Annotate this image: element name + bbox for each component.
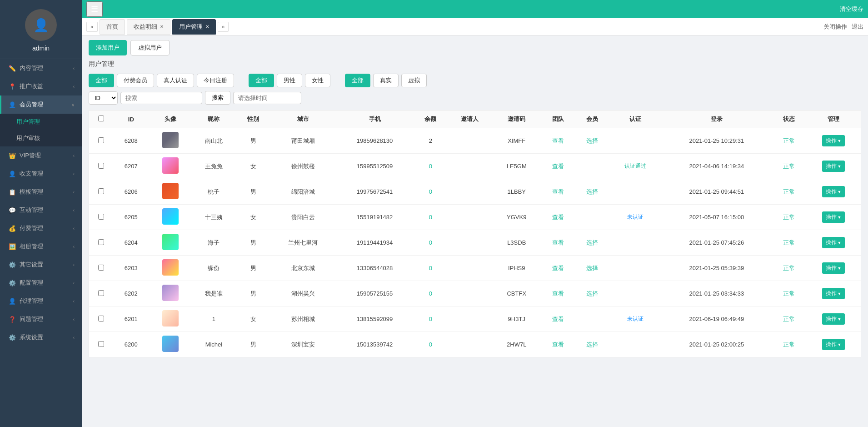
virtual-user-button[interactable]: 虚拟用户 — [130, 40, 170, 55]
td-member[interactable]: 选择 — [575, 179, 609, 205]
td-member[interactable]: 选择 — [575, 332, 609, 357]
td-team[interactable]: 查看 — [541, 128, 575, 154]
sidebar-item-payment[interactable]: 💰 付费管理 ‹ — [0, 219, 82, 237]
team-view-link[interactable]: 查看 — [552, 316, 564, 322]
clear-cache-button[interactable]: 清空缓存 — [840, 5, 863, 13]
team-view-link[interactable]: 查看 — [552, 239, 564, 246]
tab-income[interactable]: 收益明细 ✕ — [127, 19, 170, 35]
td-team[interactable]: 查看 — [541, 256, 575, 281]
td-checkbox[interactable] — [89, 332, 113, 357]
team-view-link[interactable]: 查看 — [552, 214, 564, 221]
sidebar-item-member[interactable]: 👤 会员管理 ∨ — [0, 95, 82, 114]
operate-button[interactable]: 操作 — [822, 288, 845, 299]
td-manage[interactable]: 操作 — [806, 332, 861, 357]
search-type-select[interactable]: ID 昵称 手机 — [89, 91, 118, 105]
td-member[interactable]: 选择 — [575, 128, 609, 154]
sidebar-item-other[interactable]: ⚙️ 其它设置 ‹ — [0, 256, 82, 274]
td-manage[interactable]: 操作 — [806, 154, 861, 179]
sidebar-item-interact[interactable]: 💬 互动管理 ‹ — [0, 201, 82, 219]
td-team[interactable]: 查看 — [541, 179, 575, 205]
tab-prev-button[interactable]: « — [86, 22, 98, 32]
row-checkbox[interactable] — [98, 341, 104, 347]
operate-button[interactable]: 操作 — [822, 161, 845, 172]
operate-button[interactable]: 操作 — [822, 186, 845, 197]
member-select-link[interactable]: 选择 — [586, 239, 598, 246]
sidebar-item-promote[interactable]: 📍 推广收益 ‹ — [0, 77, 82, 95]
sidebar-item-album[interactable]: 🖼️ 相册管理 ‹ — [0, 237, 82, 256]
hamburger-button[interactable]: ☰ — [86, 1, 103, 17]
member-select-link[interactable]: 选择 — [586, 341, 598, 348]
filter-all-gender[interactable]: 全部 — [249, 74, 274, 87]
team-view-link[interactable]: 查看 — [552, 341, 564, 348]
row-checkbox[interactable] — [98, 239, 104, 245]
team-view-link[interactable]: 查看 — [552, 137, 564, 144]
td-member[interactable] — [575, 306, 609, 332]
td-checkbox[interactable] — [89, 230, 113, 256]
exit-button[interactable]: 退出 — [852, 23, 863, 31]
sidebar-item-vip[interactable]: 👑 VIP管理 ‹ — [0, 146, 82, 165]
operate-button[interactable]: 操作 — [822, 262, 845, 274]
operate-button[interactable]: 操作 — [822, 211, 845, 223]
row-checkbox[interactable] — [98, 214, 104, 220]
filter-paid-member[interactable]: 付费会员 — [117, 74, 154, 87]
filter-female[interactable]: 女性 — [305, 74, 330, 87]
td-member[interactable]: 选择 — [575, 256, 609, 281]
filter-all-real[interactable]: 全部 — [345, 74, 370, 87]
search-button[interactable]: 搜索 — [205, 91, 230, 105]
td-checkbox[interactable] — [89, 154, 113, 179]
filter-today-reg[interactable]: 今日注册 — [197, 74, 234, 87]
td-member[interactable] — [575, 205, 609, 230]
row-checkbox[interactable] — [98, 316, 104, 322]
td-manage[interactable]: 操作 — [806, 179, 861, 205]
td-manage[interactable]: 操作 — [806, 281, 861, 306]
row-checkbox[interactable] — [98, 188, 104, 194]
team-view-link[interactable]: 查看 — [552, 290, 564, 297]
sidebar-item-issue[interactable]: ❓ 问题管理 ‹ — [0, 310, 82, 328]
close-ops-button[interactable]: 关闭操作 — [823, 23, 847, 31]
td-team[interactable]: 查看 — [541, 306, 575, 332]
row-checkbox[interactable] — [98, 290, 104, 296]
td-manage[interactable]: 操作 — [806, 230, 861, 256]
td-team[interactable]: 查看 — [541, 205, 575, 230]
tab-user-mgmt[interactable]: 用户管理 ✕ — [172, 19, 216, 35]
select-all-checkbox[interactable] — [98, 116, 104, 121]
filter-all-type[interactable]: 全部 — [89, 74, 114, 87]
td-checkbox[interactable] — [89, 205, 113, 230]
close-income-tab-icon[interactable]: ✕ — [160, 24, 164, 29]
td-member[interactable]: 选择 — [575, 230, 609, 256]
td-checkbox[interactable] — [89, 256, 113, 281]
tab-home[interactable]: 首页 — [100, 19, 125, 35]
sidebar-item-content[interactable]: ✏️ 内容管理 ‹ — [0, 59, 82, 77]
close-user-mgmt-tab-icon[interactable]: ✕ — [205, 24, 209, 29]
member-select-link[interactable]: 选择 — [586, 137, 598, 144]
add-user-button[interactable]: 添加用户 — [89, 40, 127, 55]
td-team[interactable]: 查看 — [541, 230, 575, 256]
sidebar-item-config[interactable]: ⚙️ 配置管理 ‹ — [0, 274, 82, 292]
td-checkbox[interactable] — [89, 128, 113, 154]
td-team[interactable]: 查看 — [541, 332, 575, 357]
member-select-link[interactable]: 选择 — [586, 290, 598, 297]
filter-real[interactable]: 真实 — [373, 74, 399, 87]
team-view-link[interactable]: 查看 — [552, 265, 564, 271]
sidebar-item-system[interactable]: ⚙️ 系统设置 ‹ — [0, 328, 82, 347]
operate-button[interactable]: 操作 — [822, 339, 845, 350]
filter-real-cert[interactable]: 真人认证 — [157, 74, 194, 87]
operate-button[interactable]: 操作 — [822, 313, 845, 325]
td-member[interactable]: 选择 — [575, 281, 609, 306]
td-manage[interactable]: 操作 — [806, 306, 861, 332]
row-checkbox[interactable] — [98, 265, 104, 271]
td-manage[interactable]: 操作 — [806, 128, 861, 154]
sidebar-item-user-manage[interactable]: 用户管理 — [0, 114, 82, 130]
date-picker-input[interactable] — [233, 92, 301, 104]
sidebar-item-agent[interactable]: 👤 代理管理 ‹ — [0, 292, 82, 310]
tab-next-button[interactable]: » — [218, 22, 229, 32]
td-checkbox[interactable] — [89, 179, 113, 205]
operate-button[interactable]: 操作 — [822, 237, 845, 248]
td-manage[interactable]: 操作 — [806, 256, 861, 281]
member-select-link[interactable]: 选择 — [586, 265, 598, 271]
member-select-link[interactable]: 选择 — [586, 188, 598, 195]
row-checkbox[interactable] — [98, 137, 104, 143]
td-team[interactable]: 查看 — [541, 154, 575, 179]
td-team[interactable]: 查看 — [541, 281, 575, 306]
td-checkbox[interactable] — [89, 306, 113, 332]
